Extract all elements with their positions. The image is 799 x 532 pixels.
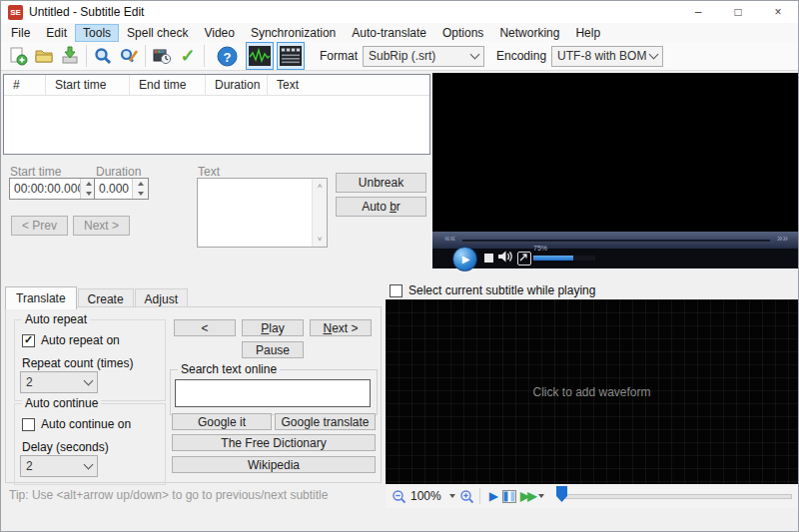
toolbar-separator bbox=[479, 488, 480, 504]
video-play-button[interactable]: ▶ bbox=[452, 247, 477, 271]
toolbar-separator bbox=[86, 45, 87, 67]
textarea-scrollbar[interactable]: ˄˅ bbox=[312, 179, 327, 247]
close-button[interactable]: × bbox=[758, 1, 798, 23]
spin-up-icon[interactable] bbox=[86, 182, 92, 186]
maximize-button[interactable]: □ bbox=[718, 1, 758, 23]
menu-networking[interactable]: Networking bbox=[491, 24, 567, 42]
scroll-up-icon[interactable]: ˄ bbox=[318, 182, 323, 191]
fast-forward-icon[interactable]: ▶▶ bbox=[520, 489, 534, 503]
google-translate-button[interactable]: Google translate bbox=[275, 413, 376, 430]
speed-dropdown-icon[interactable] bbox=[538, 494, 544, 498]
column-text[interactable]: Text bbox=[268, 75, 429, 95]
play-button-label: lay bbox=[269, 321, 284, 335]
replace-icon[interactable] bbox=[116, 43, 142, 69]
pause-button[interactable]: Pause bbox=[242, 341, 304, 358]
google-it-button[interactable]: Google it bbox=[172, 413, 272, 430]
text-label: Text bbox=[198, 165, 220, 179]
free-dictionary-button[interactable]: The Free Dictionary bbox=[172, 434, 376, 451]
encoding-label: Encoding bbox=[496, 49, 546, 63]
search-text-input[interactable] bbox=[175, 379, 371, 407]
encoding-select[interactable]: UTF-8 with BOM bbox=[551, 46, 663, 67]
duration-spinner[interactable] bbox=[132, 179, 148, 199]
video-stop-button[interactable] bbox=[484, 254, 493, 263]
zoom-out-icon[interactable] bbox=[392, 489, 406, 504]
auto-repeat-checkbox[interactable]: Auto repeat on bbox=[22, 333, 120, 347]
waveform-position-slider[interactable] bbox=[562, 494, 792, 499]
main-toolbar: ✓ ? Format SubRip (.srt) Encoding UTF-8 … bbox=[1, 42, 798, 71]
menu-tools[interactable]: Tools bbox=[75, 24, 119, 42]
checkbox-icon[interactable] bbox=[390, 284, 402, 297]
menu-spell-check[interactable]: Spell check bbox=[119, 24, 196, 42]
next-subtitle-button[interactable]: Next > bbox=[73, 216, 130, 236]
seek-forward-icon[interactable]: »» bbox=[777, 233, 788, 244]
select-current-subtitle-checkbox[interactable]: Select current subtitle while playing bbox=[390, 283, 595, 297]
volume-slider[interactable] bbox=[533, 256, 595, 261]
auto-continue-checkbox[interactable]: Auto continue on bbox=[22, 417, 131, 431]
pause-button-label: Pause bbox=[256, 343, 290, 357]
next-button[interactable]: Next > bbox=[310, 319, 372, 336]
open-file-icon[interactable] bbox=[31, 43, 57, 69]
menu-help[interactable]: Help bbox=[567, 24, 608, 42]
wikipedia-button[interactable]: Wikipedia bbox=[172, 456, 376, 473]
spell-check-icon[interactable]: ✓ bbox=[175, 43, 201, 69]
video-player[interactable]: «« »» ▶ 75% bbox=[432, 73, 799, 268]
volume-icon[interactable] bbox=[498, 251, 513, 263]
chevron-down-icon bbox=[84, 376, 94, 386]
prev-button[interactable]: < Prev bbox=[11, 216, 68, 236]
volume-fill bbox=[533, 256, 573, 261]
waveform-area[interactable]: Click to add waveform bbox=[386, 299, 798, 484]
format-select[interactable]: SubRip (.srt) bbox=[363, 46, 484, 67]
unbreak-button[interactable]: Unbreak bbox=[336, 173, 426, 193]
menu-video[interactable]: Video bbox=[196, 24, 242, 42]
menu-options[interactable]: Options bbox=[434, 24, 491, 42]
chevron-down-icon bbox=[470, 50, 480, 60]
checkbox-icon[interactable] bbox=[22, 418, 35, 431]
seek-track[interactable] bbox=[462, 240, 770, 243]
video-position-icon[interactable] bbox=[502, 490, 516, 503]
checkbox-icon[interactable] bbox=[22, 334, 35, 347]
auto-br-button[interactable]: Auto br bbox=[336, 197, 426, 217]
column-number[interactable]: # bbox=[4, 75, 46, 95]
format-value: SubRip (.srt) bbox=[369, 49, 435, 63]
visual-sync-icon[interactable] bbox=[149, 43, 175, 69]
column-end-time[interactable]: End time bbox=[130, 75, 206, 95]
waveform-zoom-value[interactable]: 100% bbox=[410, 489, 441, 503]
next-button-label: Next > bbox=[84, 219, 119, 233]
help-icon[interactable]: ? bbox=[214, 43, 240, 69]
find-icon[interactable] bbox=[90, 43, 116, 69]
subtitle-text-area[interactable]: ˄˅ bbox=[197, 178, 328, 248]
column-start-time[interactable]: Start time bbox=[46, 75, 130, 95]
start-time-input[interactable]: 00:00:00.000 bbox=[9, 178, 97, 200]
app-icon[interactable]: SE bbox=[8, 5, 23, 20]
scroll-down-icon[interactable]: ˅ bbox=[318, 235, 323, 244]
menu-auto-translate[interactable]: Auto-translate bbox=[344, 24, 434, 42]
next-button-label: ext > bbox=[332, 321, 358, 335]
delay-select[interactable]: 2 bbox=[20, 455, 98, 477]
video-seek-bar[interactable]: «« »» bbox=[432, 232, 799, 249]
seek-back-icon[interactable]: «« bbox=[444, 233, 455, 244]
save-icon[interactable] bbox=[57, 43, 83, 69]
new-file-icon[interactable] bbox=[5, 43, 31, 69]
zoom-in-icon[interactable] bbox=[459, 489, 474, 504]
fullscreen-icon[interactable] bbox=[517, 252, 531, 266]
menu-synchronization[interactable]: Synchronization bbox=[243, 24, 344, 42]
subtitle-list[interactable]: # Start time End time Duration Text bbox=[3, 74, 430, 155]
duration-input[interactable]: 0.000 bbox=[94, 178, 149, 200]
column-duration[interactable]: Duration bbox=[206, 75, 268, 95]
back-button[interactable]: < bbox=[174, 319, 236, 336]
play-button[interactable]: Play bbox=[242, 319, 304, 336]
minimize-button[interactable]: – bbox=[678, 1, 718, 23]
toggle-waveform-icon[interactable] bbox=[246, 42, 274, 70]
spin-down-icon[interactable] bbox=[86, 192, 92, 196]
toggle-video-icon[interactable] bbox=[277, 42, 305, 70]
tab-translate[interactable]: Translate bbox=[5, 286, 77, 309]
menu-file[interactable]: File bbox=[3, 24, 38, 42]
toolbar-separator bbox=[145, 45, 146, 67]
spin-down-icon[interactable] bbox=[138, 192, 144, 196]
menu-edit[interactable]: Edit bbox=[38, 24, 75, 42]
spin-up-icon[interactable] bbox=[138, 182, 144, 186]
repeat-count-select[interactable]: 2 bbox=[20, 371, 98, 393]
unbreak-button-label: Unbreak bbox=[359, 176, 403, 190]
waveform-play-icon[interactable]: ▶ bbox=[489, 489, 498, 503]
zoom-dropdown-icon[interactable] bbox=[449, 494, 455, 498]
